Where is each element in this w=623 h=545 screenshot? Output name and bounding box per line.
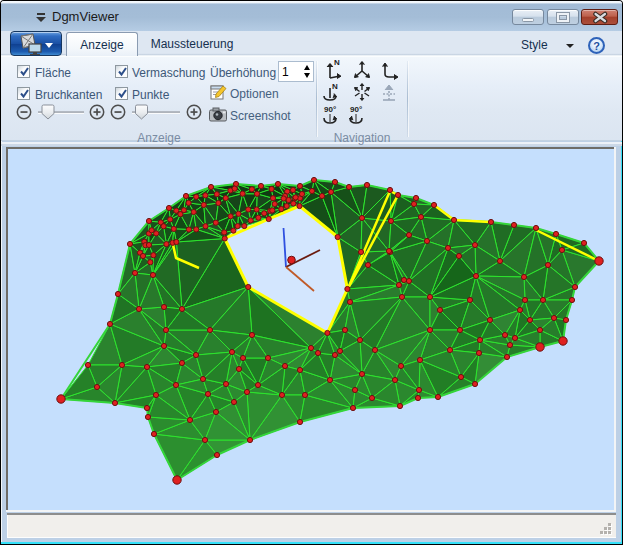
- svg-text:90°: 90°: [350, 105, 362, 114]
- svg-text:N: N: [332, 82, 338, 91]
- svg-text:90°: 90°: [324, 105, 336, 114]
- svg-text:N: N: [334, 58, 340, 67]
